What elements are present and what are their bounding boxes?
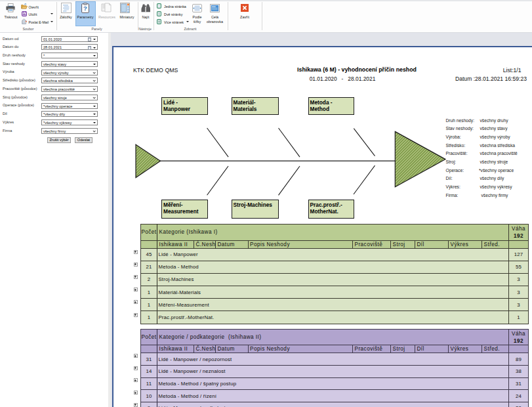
svg-text:?: ? <box>83 5 87 12</box>
